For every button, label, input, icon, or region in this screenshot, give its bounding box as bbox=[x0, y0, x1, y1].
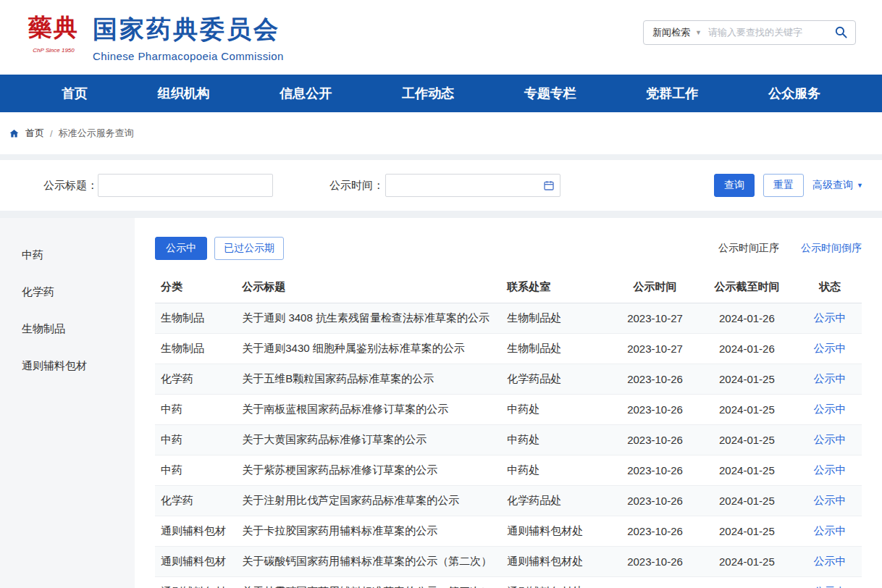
tab-in-publicity[interactable]: 公示中 bbox=[155, 237, 207, 260]
table-row[interactable]: 通则辅料包材 关于碳酸钙国家药用辅料标准草案的公示（第二次） 通则辅料包材处 2… bbox=[155, 547, 862, 577]
cell-deadline: 2024-01-25 bbox=[696, 516, 799, 547]
table-row[interactable]: 中药 关于紫苏梗国家药品标准修订草案的公示 中药处 2023-10-26 202… bbox=[155, 455, 862, 486]
cell-category: 通则辅料包材 bbox=[155, 577, 236, 588]
cell-category: 中药 bbox=[155, 455, 236, 486]
sort-time-asc[interactable]: 公示时间正序 bbox=[718, 242, 779, 255]
cell-status[interactable]: 公示中 bbox=[798, 334, 862, 364]
breadcrumb-home-link[interactable]: 首页 bbox=[25, 127, 44, 140]
cell-status[interactable]: 公示中 bbox=[798, 516, 862, 547]
chevron-down-icon: ▼ bbox=[695, 29, 702, 36]
sidebar-item[interactable]: 化学药 bbox=[0, 274, 135, 311]
col-deadline: 公示截至时间 bbox=[696, 272, 799, 303]
filter-actions: 查询 重置 高级查询 ▼ bbox=[714, 174, 863, 197]
sidebar-item[interactable]: 生物制品 bbox=[0, 311, 135, 348]
advanced-query-label: 高级查询 bbox=[812, 179, 853, 192]
cell-category: 中药 bbox=[155, 395, 236, 425]
col-title: 公示标题 bbox=[236, 272, 501, 303]
tab-expired-publicity[interactable]: 已过公示期 bbox=[214, 237, 284, 260]
search-button[interactable] bbox=[827, 25, 855, 39]
cell-office: 通则辅料包材处 bbox=[501, 516, 614, 547]
nav-item[interactable]: 公众服务 bbox=[768, 85, 820, 102]
reset-button[interactable]: 重置 bbox=[763, 174, 804, 197]
sidebar-item[interactable]: 通则辅料包材 bbox=[0, 348, 135, 385]
cell-title[interactable]: 关于甘露醇国家药用辅料标准草案的公示（第三次） bbox=[236, 577, 501, 588]
table-row[interactable]: 生物制品 关于通则 3408 抗生素残留量检查法标准草案的公示 生物制品处 20… bbox=[155, 303, 862, 334]
table-row[interactable]: 化学药 关于五维B颗粒国家药品标准草案的公示 化学药品处 2023-10-26 … bbox=[155, 364, 862, 395]
col-category: 分类 bbox=[155, 272, 236, 303]
cell-title[interactable]: 关于五维B颗粒国家药品标准草案的公示 bbox=[236, 364, 501, 395]
cell-office: 通则辅料包材处 bbox=[501, 547, 614, 577]
cell-category: 生物制品 bbox=[155, 334, 236, 364]
search-category-label: 新闻检索 bbox=[652, 26, 690, 39]
sidebar-item[interactable]: 中药 bbox=[0, 237, 135, 274]
query-button[interactable]: 查询 bbox=[714, 174, 755, 197]
brand-text: 国家药典委员会 Chinese Pharmacopoeia Commission bbox=[93, 13, 284, 62]
results-toolbar: 公示中 已过公示期 公示时间正序 公示时间倒序 bbox=[155, 237, 862, 260]
cell-office: 中药处 bbox=[501, 425, 614, 455]
home-icon[interactable] bbox=[9, 128, 20, 139]
cell-publish-date: 2023-10-27 bbox=[614, 334, 695, 364]
table-row[interactable]: 通则辅料包材 关于甘露醇国家药用辅料标准草案的公示（第三次） 通则辅料包材处 2… bbox=[155, 577, 862, 588]
cell-publish-date: 2023-10-26 bbox=[614, 425, 695, 455]
table-row[interactable]: 生物制品 关于通则3430 细胞种属鉴别法标准草案的公示 生物制品处 2023-… bbox=[155, 334, 862, 364]
cell-status[interactable]: 公示中 bbox=[798, 395, 862, 425]
cell-deadline: 2024-01-26 bbox=[696, 303, 799, 334]
site-title: 国家药典委员会 bbox=[93, 13, 284, 46]
cell-status[interactable]: 公示中 bbox=[798, 425, 862, 455]
advanced-query-link[interactable]: 高级查询 ▼ bbox=[812, 179, 863, 192]
table-row[interactable]: 通则辅料包材 关于卡拉胶国家药用辅料标准草案的公示 通则辅料包材处 2023-1… bbox=[155, 516, 862, 547]
cell-office: 通则辅料包材处 bbox=[501, 577, 614, 588]
cell-deadline: 2024-01-25 bbox=[696, 364, 799, 395]
cell-publish-date: 2023-10-26 bbox=[614, 364, 695, 395]
cell-deadline: 2024-01-25 bbox=[696, 577, 799, 588]
cell-office: 生物制品处 bbox=[501, 334, 614, 364]
table-row[interactable]: 中药 关于大黄国家药品标准修订草案的公示 中药处 2023-10-26 2024… bbox=[155, 425, 862, 455]
nav-item[interactable]: 首页 bbox=[62, 85, 88, 102]
cell-publish-date: 2023-10-26 bbox=[614, 486, 695, 516]
search-category-dropdown[interactable]: 新闻检索 ▼ bbox=[644, 26, 708, 39]
cell-title[interactable]: 关于通则 3408 抗生素残留量检查法标准草案的公示 bbox=[236, 303, 501, 334]
nav-item[interactable]: 专题专栏 bbox=[524, 85, 576, 102]
content-area: 中药 化学药 生物制品 通则辅料包材 公示中 已过公示期 公示时间正序 公示时间… bbox=[0, 218, 882, 588]
sort-time-desc[interactable]: 公示时间倒序 bbox=[801, 242, 862, 255]
cell-title[interactable]: 关于卡拉胶国家药用辅料标准草案的公示 bbox=[236, 516, 501, 547]
cell-publish-date: 2023-10-26 bbox=[614, 395, 695, 425]
cell-title[interactable]: 关于南板蓝根国家药品标准修订草案的公示 bbox=[236, 395, 501, 425]
cell-status[interactable]: 公示中 bbox=[798, 577, 862, 588]
news-search-box: 新闻检索 ▼ bbox=[643, 20, 856, 45]
cell-title[interactable]: 关于大黄国家药品标准修订草案的公示 bbox=[236, 425, 501, 455]
cell-publish-date: 2023-10-26 bbox=[614, 577, 695, 588]
cell-title[interactable]: 关于通则3430 细胞种属鉴别法标准草案的公示 bbox=[236, 334, 501, 364]
pharmacopoeia-seal-logo[interactable]: 藥典 ChP Since 1950 bbox=[26, 11, 81, 64]
title-filter-label: 公示标题： bbox=[43, 179, 98, 193]
cell-category: 生物制品 bbox=[155, 303, 236, 334]
cell-status[interactable]: 公示中 bbox=[798, 364, 862, 395]
cell-title[interactable]: 关于紫苏梗国家药品标准修订草案的公示 bbox=[236, 455, 501, 486]
site-subtitle: Chinese Pharmacopoeia Commission bbox=[93, 50, 284, 62]
nav-item[interactable]: 组织机构 bbox=[158, 85, 210, 102]
cell-publish-date: 2023-10-27 bbox=[614, 303, 695, 334]
search-input[interactable] bbox=[708, 27, 827, 38]
cell-category: 化学药 bbox=[155, 486, 236, 516]
breadcrumb-separator: / bbox=[50, 128, 53, 139]
cell-deadline: 2024-01-25 bbox=[696, 395, 799, 425]
search-icon bbox=[834, 25, 848, 39]
cell-status[interactable]: 公示中 bbox=[798, 455, 862, 486]
publicity-table: 分类 公示标题 联系处室 公示时间 公示截至时间 状态 生物制品 关于通则 34… bbox=[155, 272, 862, 588]
cell-title[interactable]: 关于注射用比伐芦定国家药品标准草案的公示 bbox=[236, 486, 501, 516]
date-field-wrap bbox=[385, 174, 560, 197]
title-filter-input[interactable] bbox=[98, 174, 273, 197]
cell-status[interactable]: 公示中 bbox=[798, 547, 862, 577]
main-nav: 首页 组织机构 信息公开 工作动态 专题专栏 党群工作 公众服务 bbox=[0, 75, 882, 112]
table-row[interactable]: 化学药 关于注射用比伐芦定国家药品标准草案的公示 化学药品处 2023-10-2… bbox=[155, 486, 862, 516]
chevron-down-icon: ▼ bbox=[857, 182, 863, 189]
cell-title[interactable]: 关于碳酸钙国家药用辅料标准草案的公示（第二次） bbox=[236, 547, 501, 577]
cell-category: 通则辅料包材 bbox=[155, 547, 236, 577]
cell-status[interactable]: 公示中 bbox=[798, 303, 862, 334]
cell-status[interactable]: 公示中 bbox=[798, 486, 862, 516]
nav-item[interactable]: 信息公开 bbox=[280, 85, 332, 102]
table-row[interactable]: 中药 关于南板蓝根国家药品标准修订草案的公示 中药处 2023-10-26 20… bbox=[155, 395, 862, 425]
nav-item[interactable]: 党群工作 bbox=[646, 85, 698, 102]
time-filter-input[interactable] bbox=[385, 174, 560, 197]
nav-item[interactable]: 工作动态 bbox=[402, 85, 454, 102]
